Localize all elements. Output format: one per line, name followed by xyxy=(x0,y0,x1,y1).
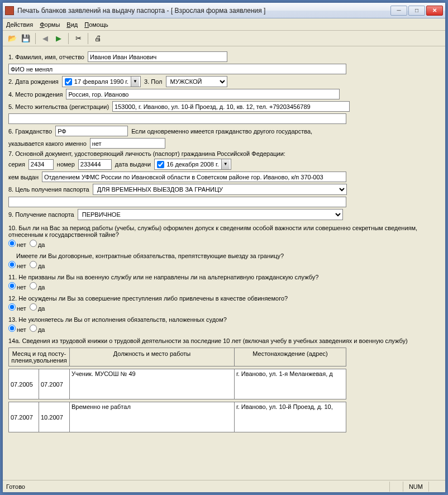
label-citizenship-b: Если одновременно имеется гражданство др… xyxy=(131,128,312,135)
maximize-button[interactable]: □ xyxy=(408,6,425,16)
label-number: номер xyxy=(57,161,75,168)
next-icon[interactable]: ▶ xyxy=(53,32,65,45)
issued-by-input[interactable] xyxy=(42,172,346,182)
q12-no[interactable]: нет xyxy=(8,303,26,312)
question-10: 10. Был ли на Вас за период работы (учеб… xyxy=(8,225,440,238)
label-citizenship: 6. Гражданство xyxy=(8,128,52,135)
address-input-2[interactable] xyxy=(8,113,346,124)
address-input[interactable] xyxy=(112,101,350,112)
label-7: 7. Основной документ, удостоверяющий лич… xyxy=(8,150,285,157)
table-row xyxy=(8,402,440,432)
menu-actions[interactable]: Действия xyxy=(6,21,33,28)
q10b-yes[interactable]: да xyxy=(30,261,45,269)
q12-yes[interactable]: да xyxy=(30,303,45,312)
label-fio: 1. Фамилия, имя, отчество xyxy=(8,54,84,60)
th-dates: Месяц и год посту- пления,увольнения xyxy=(8,348,70,367)
q13-yes[interactable]: да xyxy=(30,325,45,333)
row1-addr[interactable] xyxy=(235,369,346,399)
print-icon[interactable]: 🖨 xyxy=(92,32,104,45)
row2-job[interactable] xyxy=(70,402,235,432)
th-job: Должность и место работы xyxy=(70,348,235,367)
q10-no[interactable]: нет xyxy=(8,240,26,248)
citizenship-input[interactable] xyxy=(55,126,128,136)
q11-yes[interactable]: да xyxy=(30,282,45,291)
birthplace-input[interactable] xyxy=(66,89,340,99)
dob-value: 17 февраля 1990 г. xyxy=(74,78,128,85)
row1-job[interactable] xyxy=(70,369,235,399)
label-sex: 3. Пол xyxy=(144,78,162,85)
cut-icon[interactable]: ✂ xyxy=(72,32,84,45)
q11-radios: нет да xyxy=(8,282,440,291)
app-icon xyxy=(5,6,14,15)
row2-from[interactable] xyxy=(8,402,39,432)
q10-yes[interactable]: да xyxy=(30,240,45,248)
minimize-button[interactable]: ─ xyxy=(390,6,407,16)
status-cell-3 xyxy=(428,482,442,492)
q12-radios: нет да xyxy=(8,303,440,312)
work-table: Месяц и год посту- пления,увольнения Дол… xyxy=(8,348,440,432)
status-num: NUM xyxy=(403,482,428,492)
number-input[interactable] xyxy=(78,159,112,170)
q13-radios: нет да xyxy=(8,325,440,333)
window-buttons: ─ □ ✕ xyxy=(390,6,443,16)
label-series: серия xyxy=(8,161,25,168)
q13-no[interactable]: нет xyxy=(8,325,26,333)
question-10b: Имеете ли Вы договорные, контрактные обя… xyxy=(16,253,440,259)
status-ready: Готово xyxy=(6,483,25,490)
dob-picker[interactable]: 17 февраля 1990 г. ▼ xyxy=(62,76,141,87)
obtain-select[interactable]: ПЕРВИЧНОЕ xyxy=(78,209,343,220)
q11-no[interactable]: нет xyxy=(8,282,26,291)
fio-change-input[interactable] xyxy=(8,64,346,74)
label-14a: 14а. Сведения из трудовой книжки о трудо… xyxy=(8,337,440,344)
th-addr: Местонахождение (адрес) xyxy=(235,348,346,367)
purpose-extra-input[interactable] xyxy=(8,197,346,207)
save-icon[interactable]: 💾 xyxy=(20,32,32,45)
series-input[interactable] xyxy=(28,159,54,170)
question-12: 12. Не осуждены ли Вы за совершение прес… xyxy=(8,295,440,302)
row2-to[interactable] xyxy=(39,402,70,432)
purpose-select[interactable]: ДЛЯ ВРЕМЕННЫХ ВЫЕЗДОВ ЗА ГРАНИЦУ xyxy=(93,184,347,195)
q10b-no[interactable]: нет xyxy=(8,261,26,269)
q10-radios: нет да xyxy=(8,240,440,248)
label-address: 5. Место жительства (регистрации) xyxy=(8,103,109,110)
issue-date-value: 16 декабря 2008 г. xyxy=(166,161,219,168)
fio-input[interactable] xyxy=(88,51,227,62)
prev-icon[interactable]: ◀ xyxy=(39,32,51,45)
menu-forms[interactable]: Формы xyxy=(40,21,60,28)
label-dob: 2. Дата рождения xyxy=(8,78,59,85)
menu-view[interactable]: Вид xyxy=(66,21,78,28)
app-window: Печать бланков заявлений на выдачу паспо… xyxy=(2,2,446,493)
issue-date-picker[interactable]: 16 декабря 2008 г. ▼ xyxy=(154,159,231,170)
menubar: Действия Формы Вид Помощь xyxy=(3,18,445,31)
table-row xyxy=(8,369,440,399)
separator xyxy=(68,33,69,44)
row1-from[interactable] xyxy=(8,369,39,399)
window-title: Печать бланков заявлений на выдачу паспо… xyxy=(17,7,390,15)
label-issue-date: дата выдачи xyxy=(115,161,151,168)
row2-addr[interactable] xyxy=(235,402,346,432)
label-citizenship-c: указывается какого именно xyxy=(8,140,87,147)
open-icon[interactable]: 📂 xyxy=(6,32,18,45)
question-11: 11. Не призваны ли Вы на военную службу … xyxy=(8,274,440,280)
issue-date-check[interactable] xyxy=(157,161,164,168)
toolbar: 📂 💾 ◀ ▶ ✂ 🖨 xyxy=(3,31,445,46)
close-button[interactable]: ✕ xyxy=(426,6,443,16)
form-content: 1. Фамилия, имя, отчество 2. Дата рожден… xyxy=(3,46,445,480)
label-9: 9. Получение паспорта xyxy=(8,211,74,218)
chevron-down-icon[interactable]: ▼ xyxy=(221,159,230,169)
statusbar: Готово NUM xyxy=(3,480,445,492)
sex-select[interactable]: МУЖСКОЙ xyxy=(166,76,227,87)
separator xyxy=(88,33,88,44)
label-8: 8. Цель получения паспорта xyxy=(8,186,89,193)
separator xyxy=(35,33,36,44)
status-cell-1 xyxy=(389,482,403,492)
row1-to[interactable] xyxy=(39,369,70,399)
q10b-radios: нет да xyxy=(8,261,440,269)
titlebar: Печать бланков заявлений на выдачу паспо… xyxy=(3,3,445,18)
dob-check[interactable] xyxy=(65,78,72,85)
menu-help[interactable]: Помощь xyxy=(84,21,108,28)
chevron-down-icon[interactable]: ▼ xyxy=(131,77,139,87)
label-birthplace: 4. Место рождения xyxy=(8,91,63,98)
other-citizenship-input[interactable] xyxy=(90,138,165,149)
label-issued-by: кем выдан xyxy=(8,174,39,180)
